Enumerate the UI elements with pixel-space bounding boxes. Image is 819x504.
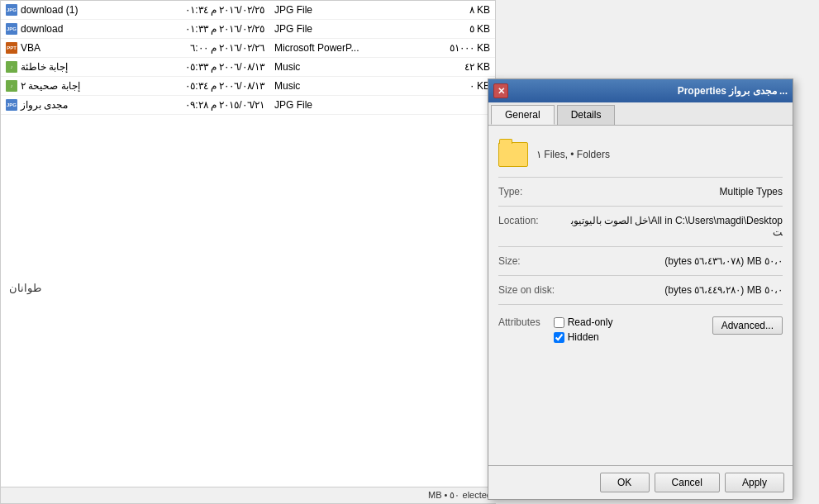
music-icon: ♪ — [6, 80, 17, 92]
jpg-icon: JPG — [6, 4, 17, 16]
file-name: VBA — [21, 42, 40, 54]
size-on-disk-value: ٥٠،٠ MB (٥٦،٤٤٩،٢٨٠ bytes) — [561, 284, 783, 296]
size-value: ٥٠،٠ MB (٥٦،٤٣٦،٠٧٨ bytes) — [561, 255, 783, 267]
attributes-section: Attributes Read-only Hidden Advanced... — [498, 316, 783, 343]
folder-icon — [498, 142, 528, 167]
size-label: Size: — [498, 255, 555, 267]
jpg-icon: JPG — [6, 99, 17, 111]
file-name: download (1) — [21, 4, 78, 16]
hidden-checkbox[interactable] — [554, 332, 564, 343]
table-row[interactable]: ♪ إجابة صحيحة ٢ ٢٠٠٦/٠٨/١٣ م ٠٥:٣٤ Music… — [1, 77, 495, 96]
attributes-label: Attributes — [498, 316, 540, 328]
file-date: ٢٠١٦/٠٢/٢٥ م ٠١:٣٣ — [131, 20, 269, 39]
ppt-icon: PPT — [6, 42, 17, 54]
dialog-header: ١ Files, • Folders — [498, 136, 783, 178]
attributes-row: Attributes Read-only Hidden Advanced... — [498, 316, 783, 343]
table-row[interactable]: JPG download (1) ٢٠١٦/٠٢/٢٥ م ٠١:٣٤ JPG … — [1, 1, 495, 20]
readonly-label: Read-only — [568, 316, 613, 328]
apply-button[interactable]: Apply — [725, 473, 784, 492]
dialog-tabs: General Details — [488, 102, 793, 126]
file-name: download — [21, 23, 63, 35]
dialog-content: ١ Files, • Folders Type: Multiple Types … — [488, 126, 793, 465]
hidden-row: Hidden — [554, 331, 613, 343]
file-size: ٤٢ KB — [417, 58, 495, 77]
ok-button[interactable]: OK — [600, 473, 650, 492]
file-type: JPG File — [269, 1, 417, 20]
properties-grid: Type: Multiple Types Location: All in C:… — [498, 186, 783, 308]
dialog-title: ... مجدى برواز Properties — [678, 85, 788, 97]
type-label: Type: — [498, 186, 555, 197]
table-row[interactable]: JPG download ٢٠١٦/٠٢/٢٥ م ٠١:٣٣ JPG File… — [1, 20, 495, 39]
file-name: إجابة صحيحة ٢ — [21, 80, 80, 92]
location-label: Location: — [498, 215, 555, 238]
file-type: Microsoft PowerP... — [269, 39, 417, 58]
tab-details[interactable]: Details — [557, 105, 616, 125]
file-date: ٢٠٠٦/٠٨/١٣ م ٠٥:٣٤ — [131, 77, 269, 96]
music-icon: ♪ — [6, 61, 17, 73]
file-size: ٠ KB — [417, 77, 495, 96]
file-size: ٨ KB — [417, 1, 495, 20]
file-date: ٢٠١٦/٠٢/٢٥ م ٠١:٣٤ — [131, 1, 269, 20]
file-date: ٢٠١٥/٠٦/٢١ م ٠٩:٢٨ — [131, 96, 269, 115]
jpg-icon: JPG — [6, 23, 17, 35]
bottom-status: elected ٥٠ • MB — [1, 487, 497, 503]
side-text: طوانان — [9, 282, 41, 294]
file-name: إجابة خاطئة — [21, 61, 68, 73]
location-value: All in C:\Users\magdi\Desktop\خل الصوت ب… — [561, 215, 783, 238]
checkboxes-col: Read-only Hidden — [554, 316, 613, 343]
dialog-titlebar: ... مجدى برواز Properties ✕ — [488, 79, 793, 102]
table-row[interactable]: PPT VBA ٢٠١٦/٠٢/٢٦ م ٦:٠٠ Microsoft Powe… — [1, 39, 495, 58]
tab-general[interactable]: General — [491, 105, 555, 125]
file-name: مجدى برواز — [21, 99, 68, 111]
file-size: ٥١٠٠٠ KB — [417, 39, 495, 58]
file-table: JPG download (1) ٢٠١٦/٠٢/٢٥ م ٠١:٣٤ JPG … — [1, 1, 495, 115]
properties-dialog: ... مجدى برواز Properties ✕ General Deta… — [488, 78, 793, 500]
size-on-disk-label: Size on disk: — [498, 284, 555, 296]
table-row[interactable]: JPG مجدى برواز ٢٠١٥/٠٦/٢١ م ٠٩:٢٨ JPG Fi… — [1, 96, 495, 115]
header-info: ١ Files, • Folders — [536, 149, 610, 160]
file-list-area: JPG download (1) ٢٠١٦/٠٢/٢٥ م ٠١:٣٤ JPG … — [0, 0, 496, 504]
close-button[interactable]: ✕ — [493, 83, 508, 98]
file-type: Music — [269, 77, 417, 96]
table-row[interactable]: ♪ إجابة خاطئة ٢٠٠٦/٠٨/١٣ م ٠٥:٣٣ Music ٤… — [1, 58, 495, 77]
cancel-button[interactable]: Cancel — [655, 473, 720, 492]
file-size: ٥ KB — [417, 20, 495, 39]
file-size — [417, 96, 495, 115]
file-type: JPG File — [269, 20, 417, 39]
file-type: JPG File — [269, 96, 417, 115]
dialog-footer: OK Cancel Apply — [488, 465, 793, 499]
readonly-row: Read-only — [554, 316, 613, 328]
file-date: ٢٠٠٦/٠٨/١٣ م ٠٥:٣٣ — [131, 58, 269, 77]
hidden-label: Hidden — [568, 331, 599, 343]
advanced-button[interactable]: Advanced... — [712, 316, 783, 335]
type-value: Multiple Types — [561, 186, 783, 197]
readonly-checkbox[interactable] — [554, 317, 564, 328]
file-type: Music — [269, 58, 417, 77]
file-date: ٢٠١٦/٠٢/٢٦ م ٦:٠٠ — [131, 39, 269, 58]
